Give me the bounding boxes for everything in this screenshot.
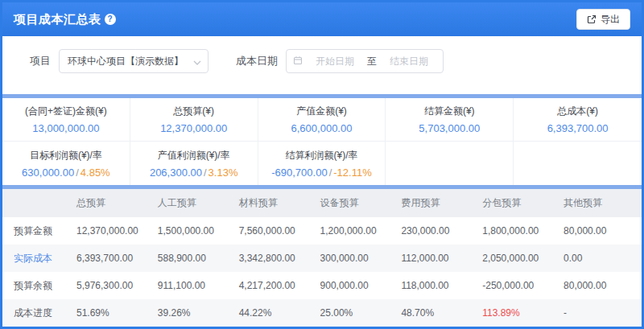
table-cell: 113.89% <box>479 299 560 327</box>
table-body: 预算金额12,370,000.001,500,000.007,560,000.0… <box>2 217 642 327</box>
summary-row-2: 目标利润额(¥)/率 630,000.00/4.85% 产值利润额(¥)/率 2… <box>2 142 642 185</box>
card-value: 206,300.00/3.13% <box>150 167 238 179</box>
help-icon[interactable]: ? <box>105 14 116 25</box>
end-date-input[interactable]: 结束日期 <box>382 55 436 68</box>
project-cost-summary-window: 项目成本汇总表 ? 导出 项目 环球中心项目【演示数据】 成本 <box>0 0 644 329</box>
column-header: 总预算 <box>73 189 155 217</box>
table-cell: 44.22% <box>236 299 317 327</box>
card-value: -690,700.00/-12.11% <box>271 167 372 179</box>
page-title: 项目成本汇总表 <box>14 12 101 27</box>
table-cell: 4,217,200.00 <box>236 272 317 299</box>
column-header: 材料预算 <box>236 189 317 217</box>
card-label: 结算利润额(¥)/率 <box>285 149 357 162</box>
table-cell: - <box>560 299 642 327</box>
row-label: 成本进度 <box>2 299 73 327</box>
table-cell: 51.69% <box>73 299 155 327</box>
card-label: 总预算(¥) <box>173 105 214 118</box>
table-cell: 48.70% <box>398 299 479 327</box>
summary-card-total-cost: 总成本(¥) 6,393,700.00 <box>514 98 642 141</box>
table-cell: 80,000.00 <box>560 272 642 299</box>
row-label: 预算余额 <box>2 272 73 299</box>
table-cell: 118,000.00 <box>398 272 479 299</box>
table-cell: 1,500,000.00 <box>155 217 236 245</box>
column-header: 费用预算 <box>398 189 479 217</box>
card-value: 6,393,700.00 <box>547 122 609 134</box>
column-header <box>2 189 73 217</box>
project-filter-label: 项目 <box>30 49 51 73</box>
title-wrap: 项目成本汇总表 ? <box>14 12 116 27</box>
summary-panel: (合同+签证)金额(¥) 13,000,000.00 总预算(¥) 12,370… <box>2 98 642 185</box>
cost-table-panel: 总预算人工预算材料预算设备预算费用预算分包预算其他预算 预算金额12,370,0… <box>2 189 642 327</box>
summary-row-1: (合同+签证)金额(¥) 13,000,000.00 总预算(¥) 12,370… <box>2 98 642 142</box>
table-header-row: 总预算人工预算材料预算设备预算费用预算分包预算其他预算 <box>2 189 642 217</box>
project-select[interactable]: 环球中心项目【演示数据】 <box>59 49 208 73</box>
chevron-down-icon <box>193 54 201 68</box>
table-cell: 911,100.00 <box>155 272 236 299</box>
summary-card-empty <box>386 142 514 185</box>
summary-card-output-profit: 产值利润额(¥)/率 206,300.00/3.13% <box>130 142 258 185</box>
table-cell: 0.00 <box>560 245 642 272</box>
summary-card-contract-amount: (合同+签证)金额(¥) 13,000,000.00 <box>2 98 130 141</box>
cost-date-filter-label: 成本日期 <box>236 49 278 73</box>
table-row: 预算金额12,370,000.001,500,000.007,560,000.0… <box>2 217 642 245</box>
column-header: 分包预算 <box>479 189 560 217</box>
date-range-separator: 至 <box>367 55 377 68</box>
column-header: 其他预算 <box>560 189 642 217</box>
card-label: 目标利润额(¥)/率 <box>30 149 102 162</box>
column-header: 人工预算 <box>155 189 236 217</box>
filter-panel: 项目 环球中心项目【演示数据】 成本日期 开始日期 至 结束日期 <box>2 36 642 94</box>
card-label: 结算金额(¥) <box>424 105 475 118</box>
table-cell: 2,050,000.00 <box>479 245 560 272</box>
cost-date-range-picker[interactable]: 开始日期 至 结束日期 <box>286 49 444 73</box>
table-cell: 300,000.00 <box>317 245 398 272</box>
card-value: 630,000.00/4.85% <box>22 167 110 179</box>
table-cell: 1,200,000.00 <box>317 217 398 245</box>
table-cell: 588,900.00 <box>155 245 236 272</box>
calendar-icon <box>293 54 303 68</box>
card-value: 12,370,000.00 <box>160 122 227 134</box>
table-cell: 25.00% <box>317 299 398 327</box>
table-cell: 3,342,800.00 <box>236 245 317 272</box>
export-icon <box>587 14 597 24</box>
card-value: 6,600,000.00 <box>291 122 353 134</box>
row-label: 实际成本 <box>2 245 73 272</box>
row-label: 预算金额 <box>2 217 73 245</box>
table-row: 成本进度51.69%39.26%44.22%25.00%48.70%113.89… <box>2 299 642 327</box>
card-label: 总成本(¥) <box>557 105 598 118</box>
column-header: 设备预算 <box>317 189 398 217</box>
table-cell: 5,976,300.00 <box>73 272 155 299</box>
titlebar: 项目成本汇总表 ? 导出 <box>2 2 642 36</box>
table-cell: 6,393,700.00 <box>73 245 155 272</box>
summary-card-settlement-amount: 结算金额(¥) 5,703,000.00 <box>386 98 514 141</box>
table-cell: 12,370,000.00 <box>73 217 155 245</box>
table-row: 预算余额5,976,300.00911,100.004,217,200.0090… <box>2 272 642 299</box>
summary-card-total-budget: 总预算(¥) 12,370,000.00 <box>130 98 258 141</box>
card-label: 产值利润额(¥)/率 <box>158 149 230 162</box>
summary-card-empty <box>514 142 642 185</box>
table-cell: 112,000.00 <box>398 245 479 272</box>
summary-card-settlement-profit: 结算利润额(¥)/率 -690,700.00/-12.11% <box>258 142 386 185</box>
summary-card-output-amount: 产值金额(¥) 6,600,000.00 <box>258 98 386 141</box>
table-cell: 39.26% <box>155 299 236 327</box>
export-button-label: 导出 <box>601 13 620 27</box>
table-cell: -250,000.00 <box>479 272 560 299</box>
card-label: (合同+签证)金额(¥) <box>25 105 107 118</box>
table-cell: 80,000.00 <box>560 217 642 245</box>
table-cell: 1,800,000.00 <box>479 217 560 245</box>
card-value: 5,703,000.00 <box>419 122 480 134</box>
table-cell: 230,000.00 <box>398 217 479 245</box>
table-cell: 7,560,000.00 <box>236 217 317 245</box>
table-cell: 900,000.00 <box>317 272 398 299</box>
project-select-value: 环球中心项目【演示数据】 <box>68 55 184 68</box>
export-button[interactable]: 导出 <box>576 9 630 30</box>
cost-table: 总预算人工预算材料预算设备预算费用预算分包预算其他预算 预算金额12,370,0… <box>2 189 642 327</box>
summary-card-target-profit: 目标利润额(¥)/率 630,000.00/4.85% <box>2 142 130 185</box>
card-value: 13,000,000.00 <box>32 122 99 134</box>
card-label: 产值金额(¥) <box>296 105 347 118</box>
table-row: 实际成本6,393,700.00588,900.003,342,800.0030… <box>2 245 642 272</box>
start-date-input[interactable]: 开始日期 <box>308 55 362 68</box>
